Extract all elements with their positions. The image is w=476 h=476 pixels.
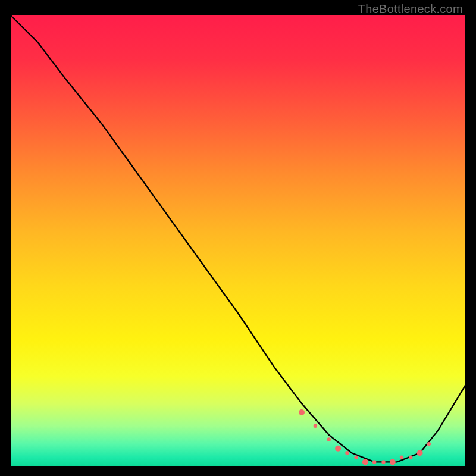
marker-point bbox=[327, 437, 331, 441]
marker-point bbox=[427, 442, 431, 446]
marker-point bbox=[381, 460, 385, 464]
marker-point bbox=[362, 459, 368, 465]
marker-point bbox=[400, 456, 403, 459]
marker-point bbox=[409, 456, 412, 459]
marker-group bbox=[299, 409, 431, 465]
bottleneck-curve bbox=[11, 15, 465, 462]
marker-point bbox=[299, 409, 305, 415]
marker-point bbox=[345, 451, 349, 455]
chart-frame: TheBottleneck.com bbox=[0, 0, 476, 476]
marker-point bbox=[417, 450, 423, 456]
watermark-text: TheBottleneck.com bbox=[358, 2, 463, 16]
marker-point bbox=[390, 459, 396, 465]
chart-svg bbox=[11, 15, 465, 466]
marker-point bbox=[314, 424, 317, 428]
marker-point bbox=[354, 456, 358, 459]
marker-point bbox=[372, 460, 376, 464]
marker-point bbox=[335, 446, 341, 452]
